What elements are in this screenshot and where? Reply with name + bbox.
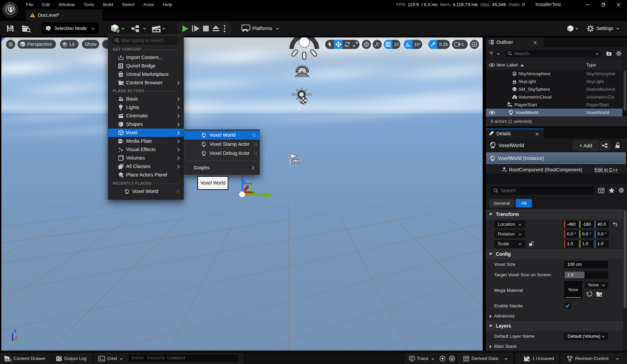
svg-text:Z: Z [14, 328, 17, 333]
svg-text:Y: Y [22, 339, 25, 344]
svg-text:X: X [15, 335, 18, 340]
